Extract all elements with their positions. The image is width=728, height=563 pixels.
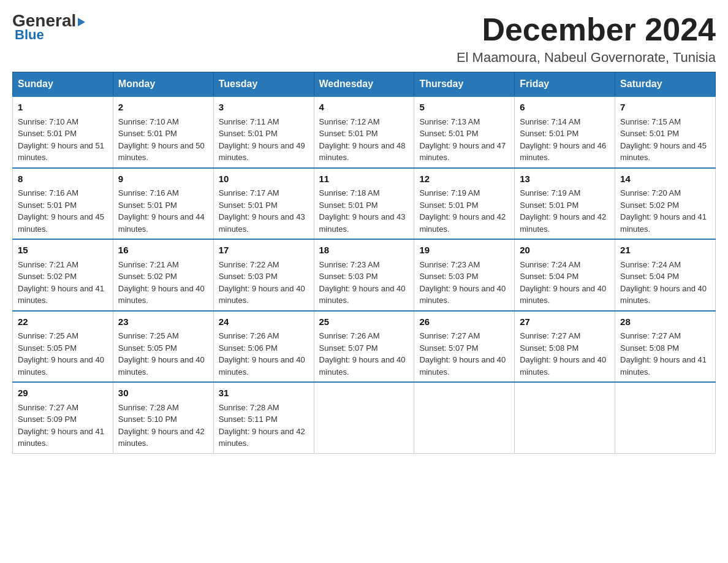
day-cell-24: 24Sunrise: 7:26 AMSunset: 5:06 PMDayligh… [213,311,314,383]
day-info: Sunrise: 7:16 AMSunset: 5:01 PMDaylight:… [18,187,108,235]
day-info: Sunrise: 7:25 AMSunset: 5:05 PMDaylight:… [118,330,208,378]
day-info: Sunrise: 7:26 AMSunset: 5:07 PMDaylight:… [319,330,409,378]
day-cell-9: 9Sunrise: 7:16 AMSunset: 5:01 PMDaylight… [113,168,213,240]
empty-cell [515,382,615,453]
day-info: Sunrise: 7:25 AMSunset: 5:05 PMDaylight:… [18,330,108,378]
day-number: 6 [520,101,610,115]
day-info: Sunrise: 7:27 AMSunset: 5:08 PMDaylight:… [620,330,710,378]
weekday-header-sunday: Sunday [13,72,113,97]
day-number: 1 [18,101,108,115]
day-cell-22: 22Sunrise: 7:25 AMSunset: 5:05 PMDayligh… [13,311,113,383]
day-number: 29 [18,386,108,400]
empty-cell [615,382,716,453]
day-number: 26 [419,315,509,329]
day-cell-16: 16Sunrise: 7:21 AMSunset: 5:02 PMDayligh… [113,239,213,311]
day-info: Sunrise: 7:19 AMSunset: 5:01 PMDaylight:… [419,187,509,235]
day-number: 2 [118,101,208,115]
weekday-header-monday: Monday [113,72,213,97]
empty-cell [414,382,515,453]
calendar-table: SundayMondayTuesdayWednesdayThursdayFrid… [12,72,716,454]
day-number: 17 [219,243,309,258]
day-cell-29: 29Sunrise: 7:27 AMSunset: 5:09 PMDayligh… [13,382,113,453]
day-number: 31 [219,386,309,400]
day-cell-12: 12Sunrise: 7:19 AMSunset: 5:01 PMDayligh… [414,168,515,240]
day-number: 11 [319,172,409,186]
weekday-header-thursday: Thursday [414,72,515,97]
day-number: 7 [620,101,710,115]
day-info: Sunrise: 7:24 AMSunset: 5:04 PMDaylight:… [520,259,610,307]
day-cell-2: 2Sunrise: 7:10 AMSunset: 5:01 PMDaylight… [113,96,213,168]
location-title: El Maamoura, Nabeul Governorate, Tunisia [457,50,716,66]
day-number: 14 [620,172,710,186]
day-number: 30 [118,386,208,400]
empty-cell [314,382,414,453]
page-header: General Blue December 2024 El Maamoura, … [12,12,716,66]
day-info: Sunrise: 7:18 AMSunset: 5:01 PMDaylight:… [319,187,409,235]
day-info: Sunrise: 7:27 AMSunset: 5:08 PMDaylight:… [520,330,610,378]
day-info: Sunrise: 7:17 AMSunset: 5:01 PMDaylight:… [219,187,309,235]
day-number: 20 [520,243,610,258]
day-cell-8: 8Sunrise: 7:16 AMSunset: 5:01 PMDaylight… [13,168,113,240]
day-info: Sunrise: 7:21 AMSunset: 5:02 PMDaylight:… [118,259,208,307]
day-cell-14: 14Sunrise: 7:20 AMSunset: 5:02 PMDayligh… [615,168,716,240]
day-info: Sunrise: 7:16 AMSunset: 5:01 PMDaylight:… [118,187,208,235]
day-number: 9 [118,172,208,186]
day-number: 4 [319,101,409,115]
day-number: 16 [118,243,208,258]
day-info: Sunrise: 7:24 AMSunset: 5:04 PMDaylight:… [620,259,710,307]
day-info: Sunrise: 7:21 AMSunset: 5:02 PMDaylight:… [18,259,108,307]
day-info: Sunrise: 7:19 AMSunset: 5:01 PMDaylight:… [520,187,610,235]
day-number: 8 [18,172,108,186]
title-block: December 2024 El Maamoura, Nabeul Govern… [457,12,716,66]
day-cell-11: 11Sunrise: 7:18 AMSunset: 5:01 PMDayligh… [314,168,414,240]
day-info: Sunrise: 7:28 AMSunset: 5:11 PMDaylight:… [219,402,309,450]
day-info: Sunrise: 7:13 AMSunset: 5:01 PMDaylight:… [419,116,509,164]
week-row-1: 1Sunrise: 7:10 AMSunset: 5:01 PMDaylight… [13,96,716,168]
day-cell-25: 25Sunrise: 7:26 AMSunset: 5:07 PMDayligh… [314,311,414,383]
day-info: Sunrise: 7:14 AMSunset: 5:01 PMDaylight:… [520,116,610,164]
day-number: 28 [620,315,710,329]
day-number: 23 [118,315,208,329]
day-number: 12 [419,172,509,186]
day-cell-21: 21Sunrise: 7:24 AMSunset: 5:04 PMDayligh… [615,239,716,311]
day-info: Sunrise: 7:15 AMSunset: 5:01 PMDaylight:… [620,116,710,164]
day-cell-6: 6Sunrise: 7:14 AMSunset: 5:01 PMDaylight… [515,96,615,168]
day-number: 19 [419,243,509,258]
day-cell-23: 23Sunrise: 7:25 AMSunset: 5:05 PMDayligh… [113,311,213,383]
week-row-2: 8Sunrise: 7:16 AMSunset: 5:01 PMDaylight… [13,168,716,240]
day-cell-31: 31Sunrise: 7:28 AMSunset: 5:11 PMDayligh… [213,382,314,453]
day-number: 3 [219,101,309,115]
weekday-header-friday: Friday [515,72,615,97]
day-cell-10: 10Sunrise: 7:17 AMSunset: 5:01 PMDayligh… [213,168,314,240]
day-info: Sunrise: 7:10 AMSunset: 5:01 PMDaylight:… [18,116,108,164]
day-info: Sunrise: 7:23 AMSunset: 5:03 PMDaylight:… [319,259,409,307]
day-cell-30: 30Sunrise: 7:28 AMSunset: 5:10 PMDayligh… [113,382,213,453]
day-number: 24 [219,315,309,329]
day-number: 18 [319,243,409,258]
day-number: 22 [18,315,108,329]
weekday-header-tuesday: Tuesday [213,72,314,97]
day-cell-3: 3Sunrise: 7:11 AMSunset: 5:01 PMDaylight… [213,96,314,168]
day-cell-27: 27Sunrise: 7:27 AMSunset: 5:08 PMDayligh… [515,311,615,383]
weekday-header-row: SundayMondayTuesdayWednesdayThursdayFrid… [13,72,716,97]
day-info: Sunrise: 7:23 AMSunset: 5:03 PMDaylight:… [419,259,509,307]
month-title: December 2024 [457,12,716,47]
day-number: 27 [520,315,610,329]
day-info: Sunrise: 7:27 AMSunset: 5:09 PMDaylight:… [18,402,108,450]
day-info: Sunrise: 7:26 AMSunset: 5:06 PMDaylight:… [219,330,309,378]
day-cell-5: 5Sunrise: 7:13 AMSunset: 5:01 PMDaylight… [414,96,515,168]
week-row-4: 22Sunrise: 7:25 AMSunset: 5:05 PMDayligh… [13,311,716,383]
day-number: 21 [620,243,710,258]
day-cell-13: 13Sunrise: 7:19 AMSunset: 5:01 PMDayligh… [515,168,615,240]
day-number: 15 [18,243,108,258]
day-cell-7: 7Sunrise: 7:15 AMSunset: 5:01 PMDaylight… [615,96,716,168]
day-cell-20: 20Sunrise: 7:24 AMSunset: 5:04 PMDayligh… [515,239,615,311]
day-info: Sunrise: 7:22 AMSunset: 5:03 PMDaylight:… [219,259,309,307]
day-cell-17: 17Sunrise: 7:22 AMSunset: 5:03 PMDayligh… [213,239,314,311]
week-row-5: 29Sunrise: 7:27 AMSunset: 5:09 PMDayligh… [13,382,716,453]
day-info: Sunrise: 7:27 AMSunset: 5:07 PMDaylight:… [419,330,509,378]
logo: General Blue [12,12,85,43]
day-cell-28: 28Sunrise: 7:27 AMSunset: 5:08 PMDayligh… [615,311,716,383]
day-cell-19: 19Sunrise: 7:23 AMSunset: 5:03 PMDayligh… [414,239,515,311]
day-number: 5 [419,101,509,115]
